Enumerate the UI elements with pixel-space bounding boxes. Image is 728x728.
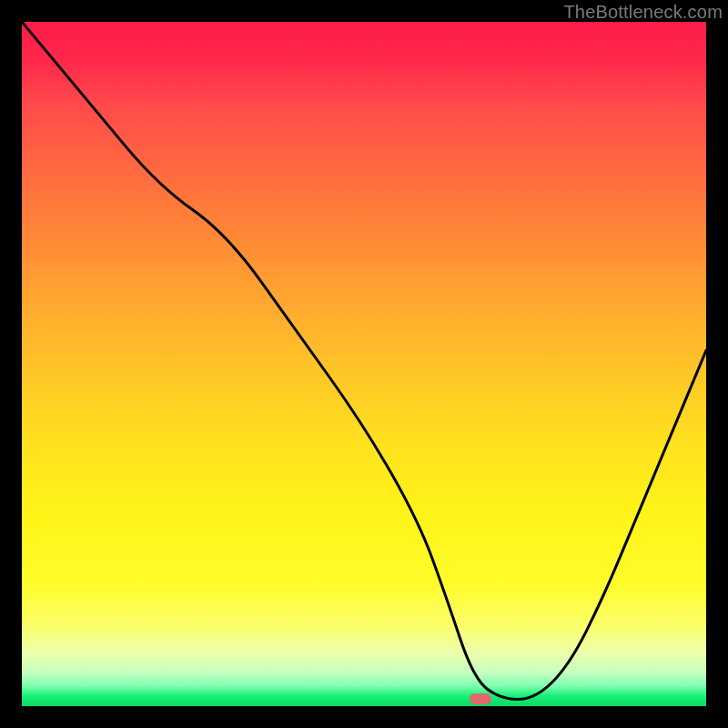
watermark-text: TheBottleneck.com xyxy=(563,2,723,23)
bottleneck-chart: TheBottleneck.com xyxy=(0,0,728,728)
optimal-marker xyxy=(470,693,491,704)
bottleneck-curve xyxy=(22,22,706,700)
curve-layer xyxy=(22,22,706,706)
plot-area xyxy=(22,22,706,706)
